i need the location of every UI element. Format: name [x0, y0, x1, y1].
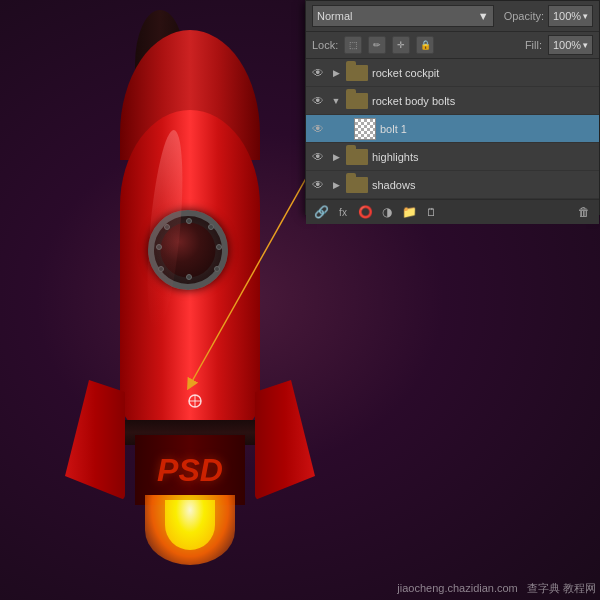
panel-bottom-toolbar: 🔗 fx ⭕ ◑ 📁 🗒 🗑 — [306, 199, 599, 224]
layer-name-rocket-cockpit: rocket cockpit — [372, 67, 595, 79]
bolt-dot — [186, 274, 192, 280]
bolt-dot — [214, 266, 220, 272]
fill-input[interactable]: 100% ▼ — [548, 35, 593, 55]
layer-row-rocket-cockpit[interactable]: 👁 ▶ rocket cockpit — [306, 59, 599, 87]
expand-arrow-highlights[interactable]: ▶ — [330, 151, 342, 163]
fin-left — [65, 380, 125, 500]
expand-arrow-bolt-1 — [330, 123, 350, 135]
link-icon[interactable]: 🔗 — [312, 203, 330, 221]
bolt-dot — [164, 224, 170, 230]
layer-name-shadows: shadows — [372, 179, 595, 191]
rocket: PSD — [80, 30, 300, 580]
lock-all-button[interactable]: 🔒 — [416, 36, 434, 54]
panel-lock-bar: Lock: ⬚ ✏ ✛ 🔒 Fill: 100% ▼ — [306, 32, 599, 59]
layer-row-shadows[interactable]: 👁 ▶ shadows — [306, 171, 599, 199]
expand-arrow-rocket-cockpit[interactable]: ▶ — [330, 67, 342, 79]
bolt-dot — [208, 224, 214, 230]
bolt-dot — [186, 218, 192, 224]
expand-arrow-shadows[interactable]: ▶ — [330, 179, 342, 191]
opacity-arrow: ▼ — [581, 12, 589, 21]
rocket-body — [120, 110, 260, 430]
layer-thumb-bolt-1 — [354, 118, 376, 140]
layer-row-highlights[interactable]: 👁 ▶ highlights — [306, 143, 599, 171]
opacity-value: 100% — [553, 10, 581, 22]
opacity-label: Opacity: — [504, 10, 544, 22]
fill-value: 100% — [553, 39, 581, 51]
flame-inner — [165, 500, 215, 550]
visibility-toggle-shadows[interactable]: 👁 — [310, 177, 326, 193]
blend-mode-label: Normal — [317, 10, 352, 22]
bolt-dot — [158, 266, 164, 272]
bolt-dot — [216, 244, 222, 250]
porthole-inner — [161, 223, 216, 278]
layer-row-bolt-1[interactable]: 👁 bolt 1 — [306, 115, 599, 143]
new-folder-icon[interactable]: 📁 — [400, 203, 418, 221]
fx-icon[interactable]: fx — [334, 203, 352, 221]
lock-position-button[interactable]: ✛ — [392, 36, 410, 54]
layers-panel: Normal ▼ Opacity: 100% ▼ Lock: ⬚ ✏ ✛ 🔒 F… — [305, 0, 600, 215]
opacity-input[interactable]: 100% ▼ — [548, 5, 593, 27]
cursor-indicator — [187, 393, 203, 409]
lock-label: Lock: — [312, 39, 338, 51]
porthole-outer — [148, 210, 228, 290]
layer-row-rocket-body-bolts[interactable]: 👁 ▼ rocket body bolts — [306, 87, 599, 115]
layers-list: 👁 ▶ rocket cockpit 👁 ▼ rocket body bolts… — [306, 59, 599, 199]
mask-icon[interactable]: ⭕ — [356, 203, 374, 221]
layer-name-highlights: highlights — [372, 151, 595, 163]
folder-thumb-highlights — [346, 149, 368, 165]
fin-right — [255, 380, 315, 500]
lock-pixels-button[interactable]: ⬚ — [344, 36, 362, 54]
visibility-toggle-rocket-body-bolts[interactable]: 👁 — [310, 93, 326, 109]
panel-top-bar: Normal ▼ Opacity: 100% ▼ — [306, 1, 599, 32]
blend-mode-arrow: ▼ — [478, 10, 489, 22]
adjustment-icon[interactable]: ◑ — [378, 203, 396, 221]
layer-name-rocket-body-bolts: rocket body bolts — [372, 95, 595, 107]
new-layer-icon[interactable]: 🗒 — [422, 203, 440, 221]
fill-label: Fill: — [525, 39, 542, 51]
layer-name-bolt-1: bolt 1 — [380, 123, 595, 135]
folder-thumb-rocket-cockpit — [346, 65, 368, 81]
visibility-toggle-highlights[interactable]: 👁 — [310, 149, 326, 165]
lock-move-button[interactable]: ✏ — [368, 36, 386, 54]
flame-container — [140, 495, 240, 575]
visibility-toggle-bolt-1[interactable]: 👁 — [310, 121, 326, 137]
folder-thumb-shadows — [346, 177, 368, 193]
delete-layer-icon[interactable]: 🗑 — [575, 203, 593, 221]
folder-thumb-rocket-body-bolts — [346, 93, 368, 109]
blend-mode-select[interactable]: Normal ▼ — [312, 5, 494, 27]
visibility-toggle-rocket-cockpit[interactable]: 👁 — [310, 65, 326, 81]
expand-arrow-rocket-body-bolts[interactable]: ▼ — [330, 95, 342, 107]
bolt-dot — [156, 244, 162, 250]
